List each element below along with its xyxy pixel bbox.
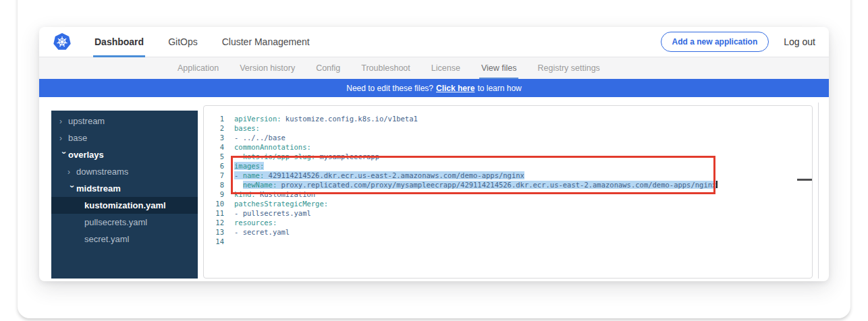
tree-item-label: base — [68, 133, 87, 143]
top-navbar: DashboardGitOpsCluster Management Add a … — [39, 27, 829, 57]
line-number: 11 — [204, 208, 224, 218]
line-number: 3 — [204, 133, 224, 142]
subnav-tab-application[interactable]: Application — [178, 57, 219, 79]
selected-text: - name: 429114214526.dkr.ecr.us-east-2.a… — [234, 171, 524, 179]
top-tab-gitops[interactable]: GitOps — [168, 27, 198, 57]
chevron-right-icon: › — [59, 134, 68, 143]
yaml-value: - pullsecrets.yaml — [234, 209, 311, 217]
code-line-11: 11- pullsecrets.yaml — [204, 208, 812, 218]
yaml-value: 429114214526.dkr.ecr.us-east-2.amazonaws… — [264, 171, 524, 179]
yaml-key: newName: — [243, 181, 277, 189]
tree-item-label: overlays — [68, 150, 104, 160]
view-files-content: ›upstream›base›overlays›downstreams›mids… — [39, 97, 829, 281]
yaml-value: proxy.replicated.com/proxy/mysampleecrap… — [277, 181, 716, 189]
edit-files-banner: Need to edit these files? Click here to … — [39, 79, 829, 97]
chevron-right-icon: › — [59, 117, 68, 126]
add-new-application-button[interactable]: Add a new application — [661, 32, 769, 52]
code-text: bases: — [234, 124, 260, 132]
yaml-value: mysampleecrapp — [315, 152, 379, 160]
line-number: 13 — [204, 227, 224, 237]
yaml-key: apiVersion: — [234, 115, 281, 123]
kubernetes-logo-icon — [53, 32, 72, 51]
subnav-tab-troubleshoot[interactable]: Troubleshoot — [361, 57, 410, 79]
code-line-9: 9kind: Kustomization — [204, 189, 812, 199]
tree-item-label: secret.yaml — [84, 234, 129, 244]
code-line-3: 3- ../../base — [204, 133, 812, 142]
code-text: - pullsecrets.yaml — [234, 209, 311, 217]
app-subnav: ApplicationVersion historyConfigTroubles… — [39, 57, 829, 79]
chevron-down-icon: › — [67, 185, 77, 194]
tree-item-upstream[interactable]: ›upstream — [51, 113, 198, 129]
tree-item-secret-yaml[interactable]: secret.yaml — [51, 231, 198, 247]
page-scrollbar-track — [818, 103, 819, 279]
scrollbar-thumb[interactable] — [797, 179, 812, 181]
banner-click-here-link[interactable]: Click here — [436, 84, 474, 93]
code-text: - ../../base — [234, 134, 286, 142]
file-tree-sidebar: ›upstream›base›overlays›downstreams›mids… — [51, 111, 198, 279]
tree-item-overlays[interactable]: ›overlays — [51, 146, 198, 163]
selected-text: images: — [234, 162, 264, 170]
tree-item-midstream[interactable]: ›midstream — [51, 180, 198, 197]
code-text: patchesStrategicMerge: — [234, 200, 328, 208]
yaml-key: images: — [234, 162, 264, 170]
top-nav-tabs: DashboardGitOpsCluster Management — [82, 27, 322, 57]
line-number: 8 — [204, 180, 224, 189]
top-tab-dashboard[interactable]: Dashboard — [94, 27, 144, 57]
tree-item-downstreams[interactable]: ›downstreams — [51, 163, 198, 180]
yaml-code-editor[interactable]: 1apiVersion: kustomize.config.k8s.io/v1b… — [203, 105, 813, 279]
yaml-value: - ../../base — [234, 134, 286, 142]
tree-item-base[interactable]: ›base — [51, 129, 198, 146]
tree-item-label: downstreams — [76, 167, 128, 177]
banner-text-before: Need to edit these files? — [346, 84, 433, 93]
tree-item-label: pullsecrets.yaml — [84, 217, 147, 227]
subnav-tab-config[interactable]: Config — [316, 57, 340, 79]
code-line-6: 6images: — [204, 161, 812, 171]
banner-text-after: to learn how — [477, 84, 521, 93]
code-line-1: 1apiVersion: kustomize.config.k8s.io/v1b… — [204, 114, 812, 123]
subnav-tab-registry-settings[interactable]: Registry settings — [537, 57, 599, 79]
chevron-right-icon: › — [67, 167, 76, 177]
yaml-key: commonAnnotations: — [234, 143, 311, 151]
yaml-key: patchesStrategicMerge: — [234, 200, 328, 208]
line-number: 5 — [204, 152, 224, 161]
tree-item-label: midstream — [76, 183, 121, 194]
line-number: 6 — [204, 161, 224, 171]
line-number: 7 — [204, 171, 224, 180]
line-number: 2 — [204, 123, 224, 133]
code-text: - secret.yaml — [234, 228, 290, 236]
code-line-12: 12resources: — [204, 218, 812, 227]
code-text: kind: Kustomization — [234, 190, 315, 198]
tree-item-pullsecrets-yaml[interactable]: pullsecrets.yaml — [51, 214, 198, 231]
code-text: kots.io/app-slug: mysampleecrapp — [243, 152, 379, 160]
tree-item-label: kustomization.yaml — [84, 200, 166, 210]
code-text: commonAnnotations: — [234, 143, 311, 151]
code-line-4: 4commonAnnotations: — [204, 142, 812, 152]
code-lines: 1apiVersion: kustomize.config.k8s.io/v1b… — [204, 106, 812, 246]
chevron-down-icon: › — [59, 151, 69, 160]
subnav-tab-view-files[interactable]: View files — [481, 57, 517, 79]
line-number: 12 — [204, 218, 224, 227]
code-line-7: 7- name: 429114214526.dkr.ecr.us-east-2.… — [204, 171, 812, 180]
yaml-value: Kustomization — [256, 190, 316, 198]
code-line-5: 5 kots.io/app-slug: mysampleecrapp — [204, 152, 812, 161]
tree-item-kustomization-yaml[interactable]: kustomization.yaml — [51, 197, 198, 214]
logout-link[interactable]: Log out — [784, 36, 815, 47]
yaml-key: resources: — [234, 218, 277, 227]
subnav-tab-license[interactable]: License — [431, 57, 460, 79]
yaml-value: kustomize.config.k8s.io/v1beta1 — [281, 115, 418, 123]
yaml-key: kind: — [234, 190, 256, 198]
text-cursor — [716, 181, 717, 188]
line-number: 9 — [204, 189, 224, 199]
admin-console-window: DashboardGitOpsCluster Management Add a … — [39, 27, 829, 281]
yaml-key: name: — [243, 171, 265, 179]
code-line-2: 2bases: — [204, 123, 812, 133]
code-text: apiVersion: kustomize.config.k8s.io/v1be… — [234, 115, 418, 123]
subnav-tab-version-history[interactable]: Version history — [240, 57, 295, 79]
line-number: 14 — [204, 237, 224, 246]
line-number: 10 — [204, 199, 224, 208]
selected-text: newName: proxy.replicated.com/proxy/mysa… — [243, 181, 717, 189]
code-line-13: 13- secret.yaml — [204, 227, 812, 237]
top-tab-cluster-management[interactable]: Cluster Management — [222, 27, 310, 57]
yaml-value: - secret.yaml — [234, 228, 290, 236]
yaml-key: kots.io/app-slug: — [243, 152, 315, 160]
